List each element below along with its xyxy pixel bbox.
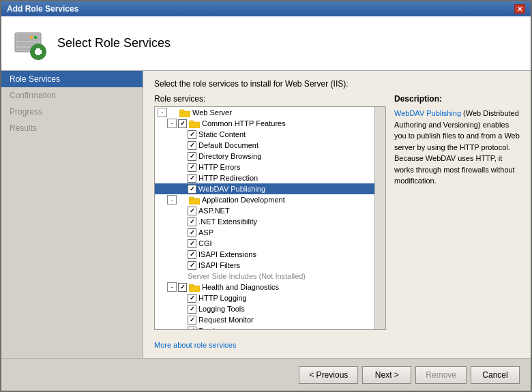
item-label-default-doc: Default Document bbox=[198, 141, 258, 149]
sidebar-item-progress[interactable]: Progress bbox=[1, 104, 143, 120]
remove-button[interactable]: Remove bbox=[415, 366, 467, 384]
footer: < Previous Next > Remove Cancel bbox=[1, 358, 531, 391]
header-title: Select Role Services bbox=[57, 36, 171, 50]
close-button[interactable]: ✕ bbox=[514, 4, 525, 14]
checkbox-tracing[interactable] bbox=[188, 327, 196, 331]
tree-item-http-redirect[interactable]: HTTP Redirection bbox=[155, 172, 385, 183]
cancel-button[interactable]: Cancel bbox=[471, 366, 520, 384]
tree-spacer-http-errors bbox=[177, 162, 186, 172]
tree-item-isapi-filter[interactable]: ISAPI Filters bbox=[155, 260, 385, 271]
tree-item-cgi[interactable]: CGI bbox=[155, 238, 385, 249]
tree-spacer-http-redirect bbox=[177, 173, 186, 183]
tree-item-http-errors[interactable]: HTTP Errors bbox=[155, 162, 385, 172]
svg-rect-12 bbox=[189, 121, 194, 123]
tree-item-common-http[interactable]: -Common HTTP Features bbox=[155, 118, 385, 129]
tree-expander-common-http[interactable]: - bbox=[167, 119, 177, 128]
tree-expander-web-server[interactable]: - bbox=[158, 108, 167, 117]
tree-expander-app-dev[interactable]: - bbox=[167, 195, 177, 205]
item-label-http-errors: HTTP Errors bbox=[198, 163, 241, 171]
description-label: Description: bbox=[394, 94, 520, 104]
tree-item-isapi-ext[interactable]: ISAPI Extensions bbox=[155, 249, 385, 260]
tree-expander-health-diag[interactable]: - bbox=[167, 282, 177, 292]
checkbox-isapi-ext[interactable] bbox=[188, 250, 196, 259]
tree-item-net-ext[interactable]: .NET Extensibility bbox=[155, 216, 385, 227]
checkbox-default-doc[interactable] bbox=[188, 141, 196, 150]
tree-spacer-static-content bbox=[177, 130, 186, 139]
tree-item-webdav[interactable]: WebDAV Publishing bbox=[155, 183, 385, 194]
checkbox-asp[interactable] bbox=[188, 228, 196, 237]
checkbox-http-logging[interactable] bbox=[188, 294, 196, 303]
tree-spacer-server-side bbox=[177, 271, 186, 281]
webdav-link[interactable]: WebDAV Publishing bbox=[394, 109, 461, 117]
tree-spacer-isapi-filter bbox=[177, 260, 186, 270]
svg-rect-10 bbox=[179, 110, 184, 112]
item-label-http-logging: HTTP Logging bbox=[198, 294, 247, 302]
tree-item-asp-net[interactable]: ASP.NET bbox=[155, 205, 385, 216]
tree-item-default-doc[interactable]: Default Document bbox=[155, 140, 385, 151]
header: Select Role Services bbox=[1, 16, 531, 71]
svg-point-5 bbox=[30, 36, 33, 39]
tree-item-app-dev[interactable]: -Application Development bbox=[155, 194, 385, 205]
tree-item-server-side[interactable]: Server Side Includes (Not Installed) bbox=[155, 271, 385, 282]
tree-item-http-logging[interactable]: HTTP Logging bbox=[155, 292, 385, 303]
checkbox-webdav[interactable] bbox=[188, 185, 196, 194]
folder-icon-common-http bbox=[189, 119, 200, 127]
tree-spacer-webdav bbox=[177, 184, 186, 194]
checkbox-dir-browsing[interactable] bbox=[188, 152, 196, 161]
sidebar: Role Services Confirmation Progress Resu… bbox=[1, 71, 143, 358]
tree-item-req-monitor[interactable]: Request Monitor bbox=[155, 314, 385, 325]
description-text: WebDAV Publishing (Web Distributed Autho… bbox=[394, 108, 520, 187]
description-body: (Web Distributed Authoring and Versionin… bbox=[394, 109, 520, 185]
sidebar-item-results[interactable]: Results bbox=[1, 120, 143, 136]
tree-spacer-tracing bbox=[177, 326, 186, 330]
checkbox-asp-net[interactable] bbox=[188, 207, 196, 215]
item-label-static-content: Static Content bbox=[198, 130, 246, 138]
item-label-health-diag: Health and Diagnostics bbox=[202, 283, 279, 291]
checkbox-static-content[interactable] bbox=[188, 130, 196, 139]
folder-icon-health-diag bbox=[189, 282, 200, 291]
svg-rect-16 bbox=[189, 284, 194, 287]
tree-item-asp[interactable]: ASP bbox=[155, 227, 385, 238]
checkbox-isapi-filter[interactable] bbox=[188, 261, 196, 270]
tree-item-static-content[interactable]: Static Content bbox=[155, 129, 385, 140]
tree-item-logging-tools[interactable]: Logging Tools bbox=[155, 303, 385, 314]
item-label-dir-browsing: Directory Browsing bbox=[198, 152, 261, 160]
tree-spacer-req-monitor bbox=[177, 315, 186, 325]
tree-item-dir-browsing[interactable]: Directory Browsing bbox=[155, 151, 385, 162]
tree-scrollbar[interactable] bbox=[374, 107, 385, 329]
nocheckbox-app-dev bbox=[178, 195, 188, 205]
previous-button[interactable]: < Previous bbox=[299, 366, 358, 384]
svg-rect-14 bbox=[189, 197, 194, 200]
checkbox-health-diag[interactable] bbox=[178, 283, 187, 292]
next-button[interactable]: Next > bbox=[362, 366, 411, 384]
checkbox-http-errors[interactable] bbox=[188, 163, 196, 172]
item-label-common-http: Common HTTP Features bbox=[202, 119, 286, 127]
checkbox-logging-tools[interactable] bbox=[188, 305, 196, 314]
item-label-net-ext: .NET Extensibility bbox=[198, 217, 257, 226]
tree-item-tracing[interactable]: Tracing bbox=[155, 325, 385, 330]
tree-box[interactable]: -Web Server-Common HTTP FeaturesStatic C… bbox=[154, 106, 386, 330]
checkbox-req-monitor[interactable] bbox=[188, 316, 196, 325]
sidebar-item-confirmation[interactable]: Confirmation bbox=[1, 87, 143, 104]
tree-item-health-diag[interactable]: -Health and Diagnostics bbox=[155, 282, 385, 292]
tree-spacer-asp-net bbox=[177, 206, 186, 215]
checkbox-net-ext[interactable] bbox=[188, 217, 196, 226]
tree-spacer-http-logging bbox=[177, 293, 186, 303]
checkbox-common-http[interactable] bbox=[178, 119, 187, 128]
checkbox-cgi[interactable] bbox=[188, 239, 196, 248]
checkbox-http-redirect[interactable] bbox=[188, 174, 196, 183]
item-label-http-redirect: HTTP Redirection bbox=[198, 174, 258, 182]
item-label-isapi-filter: ISAPI Filters bbox=[198, 261, 240, 269]
tree-item-web-server[interactable]: -Web Server bbox=[155, 107, 385, 118]
item-label-asp-net: ASP.NET bbox=[198, 207, 230, 215]
sidebar-item-role-services[interactable]: Role Services bbox=[1, 71, 143, 87]
more-about-link[interactable]: More about role services bbox=[154, 341, 236, 349]
tree-spacer-cgi bbox=[177, 239, 186, 248]
title-bar-text: Add Role Services bbox=[7, 4, 78, 14]
content-area: Select the role services to install for … bbox=[143, 71, 531, 358]
content-body: Role services: -Web Server-Common HTTP F… bbox=[154, 94, 520, 330]
folder-icon-web-server bbox=[179, 108, 190, 117]
tree-spacer-net-ext bbox=[177, 217, 186, 226]
item-label-isapi-ext: ISAPI Extensions bbox=[198, 250, 256, 258]
description-panel: Description: WebDAV Publishing (Web Dist… bbox=[394, 94, 520, 330]
